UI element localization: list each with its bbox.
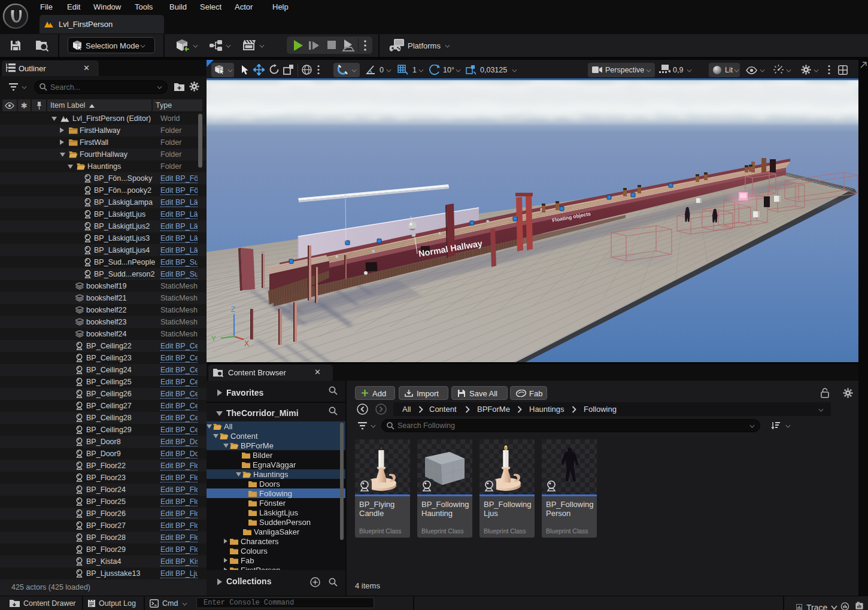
svg-text:Y: Y	[211, 335, 216, 343]
svg-text:X: X	[244, 339, 249, 348]
svg-text:Z: Z	[231, 305, 235, 314]
